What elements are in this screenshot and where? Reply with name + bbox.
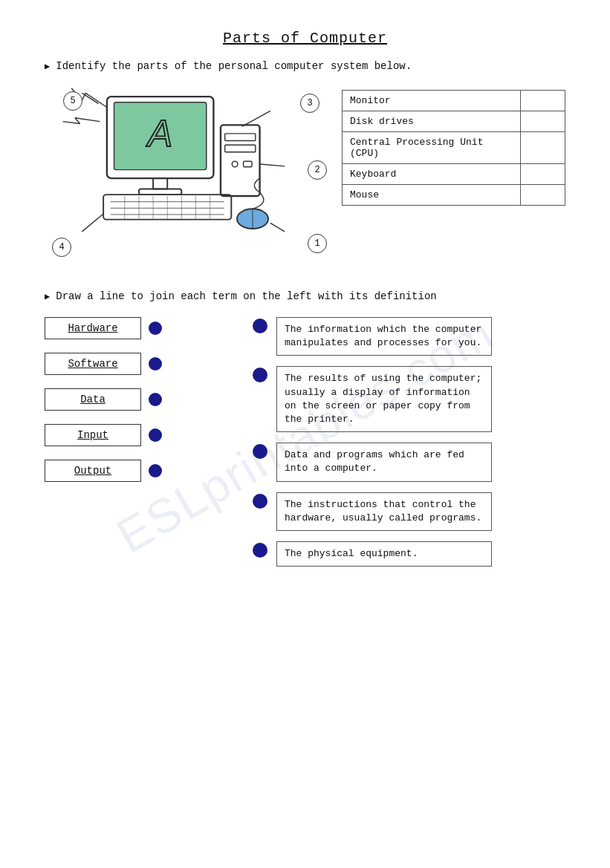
definition-row: The instructions that control the hardwa…	[253, 492, 565, 531]
number-2: 2	[308, 160, 327, 180]
term-row: Input	[45, 424, 193, 446]
right-definitions: The information which the computer manip…	[253, 317, 565, 567]
part-label: Disk drives	[343, 111, 521, 132]
table-row: Keyboard	[343, 164, 565, 185]
number-3: 3	[300, 94, 319, 113]
part-label: Monitor	[343, 91, 521, 111]
table-row: Mouse	[343, 185, 565, 206]
term-box: Hardware	[45, 317, 141, 339]
section2-instruction: Draw a line to join each term on the lef…	[45, 290, 565, 302]
part-blank[interactable]	[521, 185, 565, 206]
part-label: Keyboard	[343, 164, 521, 185]
svg-rect-7	[225, 145, 256, 152]
part-blank[interactable]	[521, 111, 565, 132]
matching-area: Hardware Software Data Input Output The …	[45, 317, 565, 567]
part-blank[interactable]	[521, 91, 565, 111]
definition-row: Data and programs which are fed into a c…	[253, 443, 565, 481]
table-row: Disk drives	[343, 111, 565, 132]
definition-row: The physical equipment.	[253, 541, 565, 567]
svg-line-30	[260, 164, 285, 166]
term-row: Software	[45, 353, 193, 375]
parts-table: Monitor Disk drives Central Processing U…	[342, 90, 565, 206]
term-box: Input	[45, 424, 141, 446]
term-box: Data	[45, 388, 141, 411]
svg-rect-4	[139, 189, 181, 195]
left-terms: Hardware Software Data Input Output	[45, 317, 193, 482]
part-blank[interactable]	[521, 164, 565, 185]
left-dot	[149, 393, 162, 406]
svg-line-31	[242, 111, 270, 126]
table-row: Central Processing Unit (CPU)	[343, 132, 565, 164]
definition-row: The results of using the computer; usual…	[253, 366, 565, 432]
svg-rect-9	[244, 161, 252, 167]
term-row: Data	[45, 388, 193, 411]
term-row: Output	[45, 460, 193, 482]
right-dot	[253, 543, 267, 558]
right-dot	[253, 444, 267, 459]
definition-row: The information which the computer manip…	[253, 317, 565, 356]
section1-content: A	[45, 82, 565, 261]
definition-box: Data and programs which are fed into a c…	[276, 443, 492, 481]
svg-rect-3	[153, 178, 167, 189]
right-dot	[253, 368, 267, 382]
term-row: Hardware	[45, 317, 193, 339]
page-title: Parts of Computer	[45, 30, 565, 47]
section1-instruction: Identify the parts of the personal compu…	[45, 60, 565, 72]
number-4: 4	[52, 238, 71, 257]
left-dot	[149, 464, 162, 477]
svg-rect-6	[225, 134, 256, 141]
section2: Draw a line to join each term on the lef…	[45, 290, 565, 567]
number-1: 1	[308, 234, 327, 253]
right-dot	[253, 494, 267, 509]
svg-line-33	[82, 93, 98, 103]
term-box: Software	[45, 353, 141, 375]
part-label: Mouse	[343, 185, 521, 206]
definition-box: The instructions that control the hardwa…	[276, 492, 492, 531]
definition-box: The physical equipment.	[276, 541, 492, 567]
number-5: 5	[63, 91, 82, 111]
svg-line-28	[63, 122, 80, 124]
svg-point-8	[232, 161, 238, 167]
svg-text:A: A	[146, 113, 172, 154]
left-dot	[149, 322, 162, 335]
computer-diagram: A	[45, 82, 327, 261]
part-blank[interactable]	[521, 132, 565, 164]
svg-line-32	[82, 214, 103, 232]
svg-line-26	[75, 118, 100, 122]
definition-box: The results of using the computer; usual…	[276, 366, 492, 432]
svg-line-29	[270, 223, 285, 231]
table-row: Monitor	[343, 91, 565, 111]
left-dot	[149, 428, 162, 442]
definition-box: The information which the computer manip…	[276, 317, 492, 356]
term-box: Output	[45, 460, 141, 482]
left-dot	[149, 357, 162, 371]
right-dot	[253, 319, 267, 333]
svg-line-23	[85, 93, 107, 107]
part-label: Central Processing Unit (CPU)	[343, 132, 521, 164]
